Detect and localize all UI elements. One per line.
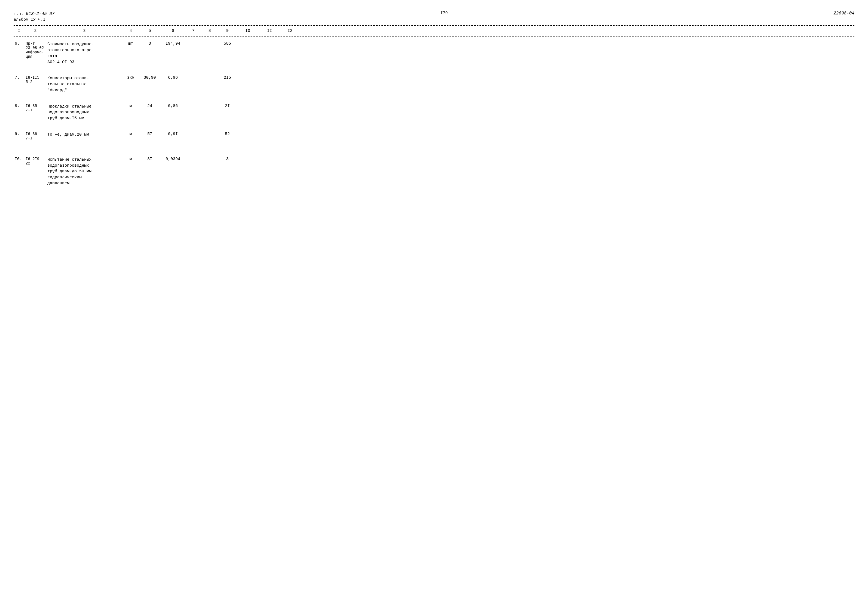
col-header-6: 6	[161, 29, 185, 33]
row-qty-9: 57	[139, 131, 161, 137]
row-col7-9	[185, 131, 202, 132]
row-code-10: I6-2I922	[25, 156, 46, 166]
row-code-8: I6-357-I	[25, 103, 46, 113]
row-col7-10	[185, 156, 202, 157]
col-header-11: II	[259, 29, 281, 33]
row-col12-6	[281, 41, 299, 42]
row-col10-7	[237, 75, 259, 76]
row-price-9: 0,9I	[161, 131, 185, 137]
top-divider	[14, 25, 854, 26]
row-total-6: 585	[218, 41, 237, 47]
row-col10-9	[237, 131, 259, 132]
row-total-10: 3	[218, 156, 237, 162]
row-col8-10	[202, 156, 218, 157]
row-price-10: 0,0394	[161, 156, 185, 162]
doc-code: 22698-04	[834, 11, 854, 16]
row-col8-7	[202, 75, 218, 76]
row-price-7: 6,96	[161, 75, 185, 81]
col-header-7: 7	[185, 29, 202, 33]
row-col12-9	[281, 131, 299, 132]
row-code-7: I8-II55-2	[25, 75, 46, 85]
table-row: 6. Пр-т23-08-02Информа-ция Стоимость воз…	[14, 39, 854, 67]
col-header-8: 8	[202, 29, 218, 33]
row-col12-8	[281, 103, 299, 104]
row-desc-6: Стоимость воздушно-отопительного агре-га…	[46, 41, 122, 66]
column-headers: I 2 3 4 5 6 7 8 9 I0 II I2	[14, 28, 854, 34]
page-header: т.п. 813-2-45.87 альбом IУ ч.I - I79 - 2…	[14, 11, 854, 23]
row-qty-8: 24	[139, 103, 161, 109]
row-total-7: 2I5	[218, 75, 237, 81]
col-header-1: I	[14, 29, 25, 33]
header-right: 22698-04	[834, 11, 854, 16]
row-col10-6	[237, 41, 259, 42]
row-col12-10	[281, 156, 299, 157]
header-center: - I79 -	[436, 11, 453, 16]
col-header-3: 3	[46, 29, 122, 33]
col-header-10: I0	[237, 29, 259, 33]
col-header-5: 5	[139, 29, 161, 33]
header-left: т.п. 813-2-45.87 альбом IУ ч.I	[14, 11, 55, 23]
row-qty-6: 3	[139, 41, 161, 47]
row-col11-9	[259, 131, 281, 132]
row-col7-8	[185, 103, 202, 104]
row-col11-6	[259, 41, 281, 42]
row-col11-8	[259, 103, 281, 104]
row-unit-8: м	[122, 103, 139, 109]
row-col7-7	[185, 75, 202, 76]
row-col10-8	[237, 103, 259, 104]
row-desc-8: Прокладки стальныеводогазопроводныхтруб …	[46, 103, 122, 122]
row-col8-8	[202, 103, 218, 104]
row-num-6: 6.	[14, 41, 25, 47]
col-header-9: 9	[218, 29, 237, 33]
table-row: 9. I6-367-I То же, диам.20 мм м 57 0,9I …	[14, 130, 854, 143]
row-col10-10	[237, 156, 259, 157]
table-row: 8. I6-357-I Прокладки стальныеводогазопр…	[14, 102, 854, 124]
doc-num-prefix: т.п.	[14, 12, 23, 16]
row-code-9: I6-367-I	[25, 131, 46, 141]
row-code-6: Пр-т23-08-02Информа-ция	[25, 41, 46, 59]
col-header-4: 4	[122, 29, 139, 33]
col-header-12: I2	[281, 29, 299, 33]
row-num-8: 8.	[14, 103, 25, 109]
table-row: I0. I6-2I922 Испытание стальныхводогазоп…	[14, 155, 854, 189]
row-num-10: I0.	[14, 156, 25, 162]
row-unit-9: м	[122, 131, 139, 137]
row-col8-6	[202, 41, 218, 42]
page-number: - I79 -	[436, 11, 453, 16]
row-qty-7: 30,90	[139, 75, 161, 81]
row-unit-7: экм	[122, 75, 139, 81]
row-unit-10: м	[122, 156, 139, 162]
row-total-9: 52	[218, 131, 237, 137]
row-col8-9	[202, 131, 218, 132]
row-num-7: 7.	[14, 75, 25, 81]
row-desc-10: Испытание стальныхводогазопроводныхтруб …	[46, 156, 122, 187]
row-desc-7: Конвекторы отопи-тельные стальные"Аккорд…	[46, 75, 122, 94]
header-divider	[14, 36, 854, 36]
col-header-2: 2	[25, 29, 46, 33]
row-unit-6: шт	[122, 41, 139, 47]
row-col11-10	[259, 156, 281, 157]
row-price-6: I94,94	[161, 41, 185, 47]
album-label: альбом IУ ч.I	[14, 17, 55, 23]
row-total-8: 2I	[218, 103, 237, 109]
doc-num: 813-2-45.87	[26, 11, 55, 16]
table-body: 6. Пр-т23-08-02Информа-ция Стоимость воз…	[14, 39, 854, 188]
row-price-8: 0,86	[161, 103, 185, 109]
row-num-9: 9.	[14, 131, 25, 137]
row-col11-7	[259, 75, 281, 76]
row-desc-9: То же, диам.20 мм	[46, 131, 122, 138]
row-qty-10: 8I	[139, 156, 161, 162]
row-col12-7	[281, 75, 299, 76]
row-col7-6	[185, 41, 202, 42]
table-row: 7. I8-II55-2 Конвекторы отопи-тельные ст…	[14, 73, 854, 95]
